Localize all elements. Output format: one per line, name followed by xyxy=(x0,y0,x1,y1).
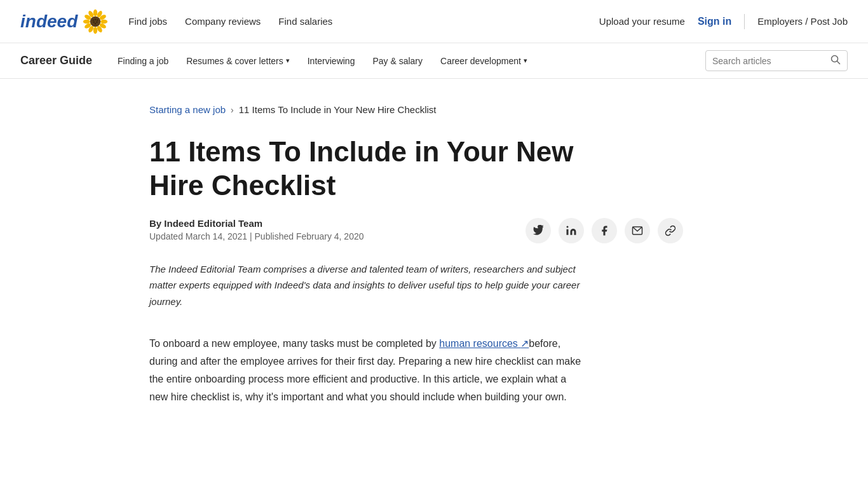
twitter-share-button[interactable] xyxy=(526,218,551,243)
find-jobs-link[interactable]: Find jobs xyxy=(128,16,167,27)
svg-point-13 xyxy=(90,17,100,27)
top-nav-right: Upload your resume Sign in Employers / P… xyxy=(599,14,848,29)
breadcrumb-parent-link[interactable]: Starting a new job xyxy=(149,104,226,115)
search-icon xyxy=(831,55,841,67)
sunflower-icon xyxy=(83,9,108,34)
logo-text: indeed xyxy=(20,11,78,32)
editorial-note: The Indeed Editorial Team comprises a di… xyxy=(149,261,581,310)
copy-link-button[interactable] xyxy=(658,218,683,243)
social-share-buttons xyxy=(526,218,683,243)
career-guide-title: Career Guide xyxy=(20,54,92,67)
body-link-text: human resources xyxy=(439,338,520,349)
svg-line-21 xyxy=(837,62,840,64)
pay-salary-link[interactable]: Pay & salary xyxy=(372,56,423,66)
career-dev-link[interactable]: Career development xyxy=(440,56,527,66)
search-box xyxy=(705,50,848,71)
svg-point-4 xyxy=(100,19,107,23)
svg-point-14 xyxy=(93,19,94,20)
breadcrumb-separator: › xyxy=(231,105,234,115)
nav-divider xyxy=(744,14,745,29)
author-name: By Indeed Editorial Team xyxy=(149,218,364,229)
employers-link[interactable]: Employers / Post Job xyxy=(757,16,848,27)
company-reviews-link[interactable]: Company reviews xyxy=(185,16,261,27)
resumes-link[interactable]: Resumes & cover letters xyxy=(186,56,290,66)
top-nav-links: Find jobs Company reviews Find salaries xyxy=(128,16,599,27)
interviewing-link[interactable]: Interviewing xyxy=(308,56,355,66)
linkedin-share-button[interactable] xyxy=(559,218,584,243)
article-body: To onboard a new employee, many tasks mu… xyxy=(149,335,581,406)
career-nav-links: Finding a job Resumes & cover letters In… xyxy=(118,56,685,66)
human-resources-link[interactable]: human resources ↗ xyxy=(439,338,529,349)
facebook-share-button[interactable] xyxy=(592,218,617,243)
upload-resume-link[interactable]: Upload your resume xyxy=(599,16,685,27)
svg-point-7 xyxy=(93,27,97,34)
svg-point-22 xyxy=(567,226,569,227)
svg-point-18 xyxy=(96,21,97,22)
search-input[interactable] xyxy=(712,56,827,66)
article-title: 11 Items To Include in Your New Hire Che… xyxy=(149,135,581,203)
sign-in-link[interactable]: Sign in xyxy=(698,16,731,27)
author-info: By Indeed Editorial Team Updated March 1… xyxy=(149,218,364,241)
indeed-logo[interactable]: indeed xyxy=(20,9,108,34)
top-navigation: indeed xyxy=(0,0,868,43)
svg-point-19 xyxy=(95,23,96,24)
email-share-button[interactable] xyxy=(625,218,650,243)
external-link-icon: ↗ xyxy=(520,338,529,349)
breadcrumb-current: 11 Items To Include in Your New Hire Che… xyxy=(239,104,437,115)
author-meta: By Indeed Editorial Team Updated March 1… xyxy=(149,218,683,243)
svg-point-17 xyxy=(93,21,95,22)
main-content: Starting a new job › 11 Items To Include… xyxy=(0,79,868,431)
svg-point-15 xyxy=(95,18,96,20)
svg-point-16 xyxy=(97,19,98,20)
body-text-1: To onboard a new employee, many tasks mu… xyxy=(149,338,439,349)
find-salaries-link[interactable]: Find salaries xyxy=(278,16,332,27)
svg-point-1 xyxy=(93,9,97,16)
career-guide-navigation: Career Guide Finding a job Resumes & cov… xyxy=(0,43,868,79)
breadcrumb: Starting a new job › 11 Items To Include… xyxy=(149,104,719,115)
article-paragraph-1: To onboard a new employee, many tasks mu… xyxy=(149,335,581,406)
article-dates: Updated March 14, 2021 | Published Febru… xyxy=(149,231,364,241)
finding-a-job-link[interactable]: Finding a job xyxy=(118,56,168,66)
svg-point-10 xyxy=(83,19,90,23)
